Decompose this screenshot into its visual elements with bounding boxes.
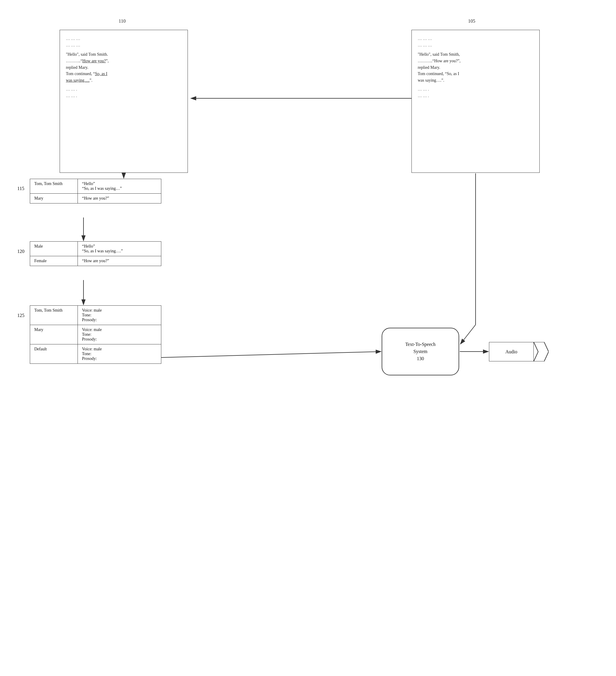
audio-label: Audio	[505, 349, 517, 354]
cell-content: “Hello”“So, as I was saying….”	[78, 242, 161, 256]
doc-105-content: ……… ……… "Hello", said Tom Smith, ………..“H…	[418, 36, 533, 99]
cell-name: Mary	[30, 325, 78, 344]
label-120: 120	[17, 249, 24, 254]
cell-name: Male	[30, 242, 78, 256]
table-120: Male “Hello”“So, as I was saying….” Fema…	[30, 241, 161, 266]
audio-box: Audio	[489, 342, 534, 361]
cell-name: Tom, Tom Smith	[30, 306, 78, 325]
tts-line2: System	[413, 348, 427, 355]
arrow-105-to-tts-diagonal	[460, 325, 475, 344]
table-115-grid: Tom, Tom Smith “Hello”“So, as I was sayi…	[30, 179, 161, 204]
label-115: 115	[17, 186, 24, 191]
table-115: Tom, Tom Smith “Hello”“So, as I was sayi…	[30, 179, 161, 204]
tts-line3: 130	[417, 355, 424, 362]
doc-box-105: ……… ……… "Hello", said Tom Smith, ………..“H…	[411, 30, 540, 173]
ref-105: 105	[468, 18, 475, 24]
doc-box-110: ……… ……… "Hello", said Tom Smith. ………..“H…	[60, 30, 188, 173]
cell-content: “How are you?”	[78, 256, 161, 266]
table-125-grid: Tom, Tom Smith Voice: maleTone:Prosody: …	[30, 305, 161, 364]
audio-arrow-icon	[534, 342, 549, 361]
label-125: 125	[17, 313, 24, 318]
table-120-grid: Male “Hello”“So, as I was saying….” Fema…	[30, 241, 161, 266]
cell-content: “Hello”“So, as I was saying…”	[78, 179, 161, 194]
table-row: Female “How are you?”	[30, 256, 161, 266]
cell-content: Voice: maleTone:Prosody:	[78, 306, 161, 325]
table-125: Tom, Tom Smith Voice: maleTone:Prosody: …	[30, 305, 161, 364]
ref-110: 110	[119, 18, 125, 24]
table-row: Tom, Tom Smith “Hello”“So, as I was sayi…	[30, 179, 161, 194]
cell-name: Default	[30, 344, 78, 364]
cell-content: “How are you?”	[78, 194, 161, 204]
table-row: Mary Voice: maleTone:Prosody:	[30, 325, 161, 344]
cell-name: Female	[30, 256, 78, 266]
doc-110-content: ……… ……… "Hello", said Tom Smith. ………..“H…	[66, 36, 182, 99]
table-row: Tom, Tom Smith Voice: maleTone:Prosody:	[30, 306, 161, 325]
tts-box: Text-To-Speech System 130	[382, 328, 459, 376]
svg-marker-0	[534, 342, 549, 361]
diagram-container: 110 105 ……… ……… "Hello", said Tom Smith.…	[0, 0, 616, 676]
cell-name: Mary	[30, 194, 78, 204]
cell-content: Voice: maleTone:Prosody:	[78, 344, 161, 364]
cell-name: Tom, Tom Smith	[30, 179, 78, 194]
tts-line1: Text-To-Speech	[405, 341, 435, 348]
table-row: Mary “How are you?”	[30, 194, 161, 204]
table-row: Default Voice: maleTone:Prosody:	[30, 344, 161, 364]
arrow-125-to-tts	[161, 351, 381, 357]
cell-content: Voice: maleTone:Prosody:	[78, 325, 161, 344]
table-row: Male “Hello”“So, as I was saying….”	[30, 242, 161, 256]
